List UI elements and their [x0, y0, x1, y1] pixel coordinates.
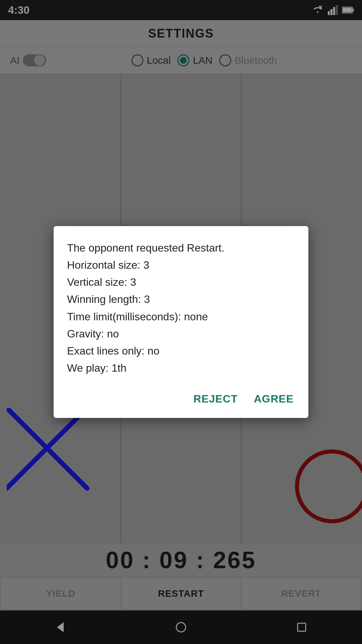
dialog-line-6: Exact lines only: no [67, 342, 295, 360]
dialog-line-7: We play: 1th [67, 360, 295, 377]
dialog-line-4: Time limit(milliseconds): none [67, 308, 295, 325]
dialog-line-1: Horizontal size: 3 [67, 257, 295, 274]
dialog-body: The opponent requested Restart. Horizont… [67, 239, 295, 377]
dialog-actions: REJECT AGREE [67, 390, 295, 408]
dialog-line-0: The opponent requested Restart. [67, 239, 295, 257]
dialog-overlay: The opponent requested Restart. Horizont… [0, 0, 362, 644]
dialog-line-2: Vertical size: 3 [67, 274, 295, 291]
dialog-line-5: Gravity: no [67, 325, 295, 342]
reject-button[interactable]: REJECT [192, 390, 239, 408]
agree-button[interactable]: AGREE [252, 390, 295, 408]
dialog-line-3: Winning length: 3 [67, 291, 295, 308]
dialog: The opponent requested Restart. Horizont… [54, 226, 308, 418]
